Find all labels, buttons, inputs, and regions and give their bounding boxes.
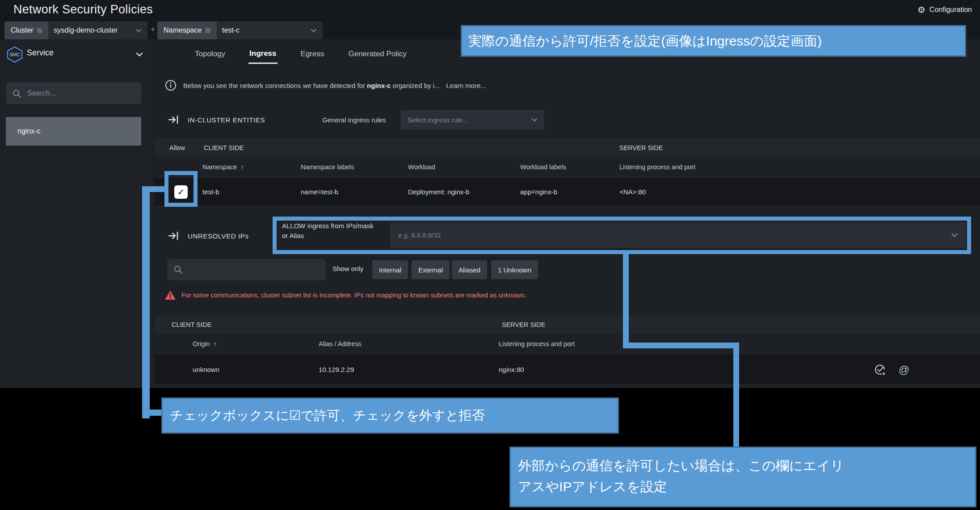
ip-search-input[interactable] — [189, 259, 319, 280]
sidebar-search — [6, 83, 141, 104]
in-cluster-section-header: IN-CLUSTER ENTITIES General ingress rule… — [168, 109, 544, 131]
filter-button-external[interactable]: External — [412, 260, 450, 279]
assign-rule-icon[interactable] — [873, 363, 887, 376]
sort-asc-icon: ↑ — [214, 340, 217, 347]
col-listening[interactable]: Listening process and port — [619, 157, 695, 177]
ingress-enter-icon — [168, 230, 180, 241]
cell-origin: unknown — [193, 354, 219, 385]
add-filter-button[interactable]: + — [148, 25, 157, 34]
annotation-connector-line — [733, 343, 739, 450]
sort-asc-icon: ↑ — [240, 163, 244, 171]
col-workload[interactable]: Workload — [408, 157, 435, 177]
col-namespace[interactable]: Namespace↑ — [202, 157, 244, 177]
in-cluster-table-column-headers: Namespace↑ Namespace labels Workload Wor… — [155, 157, 980, 177]
chevron-down-icon — [531, 116, 538, 125]
svg-text:SVC: SVC — [10, 52, 20, 57]
main-content: Topology Ingress Egress Generated Policy… — [155, 39, 980, 388]
namespace-filter-dropdown[interactable]: Namespace is test-c — [157, 21, 323, 39]
annotation-external-traffic: 外部からの通信を許可したい場合は、この欄にエイリ アスやIPアドレスを設定 — [509, 447, 976, 507]
ip-search — [167, 259, 326, 280]
col-alias-address[interactable]: Alias / Address — [319, 334, 362, 354]
chevron-down-icon — [310, 21, 323, 39]
chevron-down-icon — [135, 50, 144, 59]
cluster-filter-value: sysdig-demo-cluster — [48, 21, 133, 39]
unresolved-table-group-header: CLIENT SIDE SERVER SIDE — [155, 315, 980, 334]
warning-icon — [164, 290, 176, 301]
col-workload-labels[interactable]: Workload labels — [520, 157, 566, 177]
general-ingress-rules-label: General ingress rules — [322, 116, 386, 124]
cell-workload: Deployment: nginx-b — [408, 177, 470, 206]
info-icon — [164, 79, 177, 92]
tab-topology[interactable]: Topology — [194, 43, 226, 63]
alias-at-icon[interactable]: @ — [897, 363, 911, 376]
tab-egress[interactable]: Egress — [300, 43, 325, 63]
ingress-enter-icon — [168, 114, 180, 125]
search-icon — [173, 265, 183, 275]
cell-listening: <NA>:80 — [619, 177, 646, 206]
table-row: unknown 10.129.2.29 nginx:80 @ — [155, 354, 980, 385]
annotation-top: 実際の通信から許可/拒否を設定(画像はIngressの設定画面) — [461, 25, 966, 57]
cell-listening: nginx:80 — [499, 354, 524, 385]
subnet-warning: For some communications, cluster subnet … — [164, 288, 526, 303]
annotation-connector-line — [623, 343, 739, 348]
search-icon — [12, 89, 22, 99]
service-type-label: Service — [27, 48, 54, 58]
sidebar-search-input[interactable] — [27, 83, 137, 104]
filter-button-aliased[interactable]: Aliased — [452, 260, 487, 279]
cluster-filter-field: Cluster is — [4, 21, 48, 39]
info-banner: Below you see the network connections we… — [164, 79, 486, 92]
col-namespace-labels[interactable]: Namespace labels — [301, 157, 354, 177]
show-only-label: Show only — [332, 265, 363, 272]
col-origin[interactable]: Origin↑ — [193, 334, 217, 354]
namespace-filter-field: Namespace is — [157, 21, 217, 39]
configuration-button[interactable]: ⚙ Configuration — [917, 4, 972, 15]
tab-ingress[interactable]: Ingress — [248, 43, 277, 64]
page-title: Network Security Policies — [13, 3, 153, 17]
server-side-header: SERVER SIDE — [502, 315, 545, 334]
in-cluster-table-group-header: Allow CLIENT SIDE SERVER SIDE — [155, 138, 980, 157]
allow-header: Allow — [169, 138, 185, 157]
cluster-filter-dropdown[interactable]: Cluster is sysdig-demo-cluster — [4, 21, 147, 39]
filter-button-unknown[interactable]: 1 Unknown — [491, 260, 538, 279]
gear-icon: ⚙ — [917, 4, 925, 15]
filter-button-internal[interactable]: Internal — [372, 260, 408, 279]
client-side-header: CLIENT SIDE — [172, 315, 211, 334]
learn-more-link[interactable]: Learn more... — [446, 82, 486, 89]
checkbox-highlight-box — [164, 171, 198, 207]
annotation-connector-line — [142, 186, 150, 418]
namespace-filter-value: test-c — [217, 21, 310, 39]
col-listening[interactable]: Listening process and port — [499, 334, 575, 354]
service-type-header[interactable]: SVC Service — [0, 39, 154, 69]
cell-namespace-labels: name=test-b — [301, 177, 338, 206]
cell-namespace: test-b — [202, 177, 219, 206]
unresolved-ips-title: UNRESOLVED IPs — [188, 232, 249, 240]
warning-text: For some communications, cluster subnet … — [181, 292, 526, 299]
server-side-header: SERVER SIDE — [619, 138, 663, 157]
table-row: ✓ test-b name=test-b Deployment: nginx-b… — [155, 177, 980, 206]
annotation-connector-line — [142, 410, 164, 416]
chevron-down-icon — [135, 21, 147, 39]
service-hexagon-icon: SVC — [6, 46, 23, 63]
in-cluster-title: IN-CLUSTER ENTITIES — [188, 116, 265, 124]
annotation-connector-line — [623, 253, 629, 348]
allow-input-highlight-box — [273, 217, 971, 254]
unresolved-ips-section-header: UNRESOLVED IPs — [168, 227, 249, 245]
unresolved-filter-row: Show only Internal External Aliased 1 Un… — [155, 259, 980, 281]
annotation-checkbox: チェックボックスに☑で許可、チェックを外すと拒否 — [161, 397, 619, 434]
cell-alias-address: 10.129.2.29 — [319, 354, 354, 385]
client-side-header: CLIENT SIDE — [204, 138, 244, 157]
ingress-rule-select[interactable]: Select ingress rule... — [400, 110, 544, 130]
tab-generated-policy[interactable]: Generated Policy — [347, 43, 407, 63]
sidebar: SVC Service nginx-c — [0, 39, 154, 388]
unresolved-table-column-headers: Origin↑ Alias / Address Listening proces… — [155, 334, 980, 354]
cell-workload-labels: app=nginx-b — [520, 177, 557, 206]
info-text: Below you see the network connections we… — [183, 82, 440, 89]
configuration-label: Configuration — [930, 6, 972, 14]
sidebar-item-nginx-c[interactable]: nginx-c — [6, 117, 141, 146]
info-subject: nginx-c — [367, 82, 391, 89]
